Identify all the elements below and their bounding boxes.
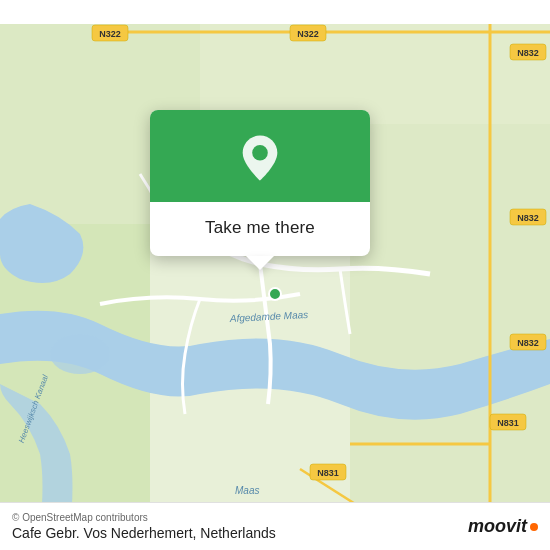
svg-point-5 [50, 334, 110, 374]
svg-rect-4 [350, 124, 550, 524]
moovit-logo-dot [530, 523, 538, 531]
moovit-logo: moovit [468, 516, 538, 537]
popup-button-area: Take me there [150, 202, 370, 256]
svg-text:N832: N832 [517, 213, 539, 223]
osm-attribution: © OpenStreetMap contributors [12, 512, 276, 523]
popup-header [150, 110, 370, 202]
moovit-logo-text: moovit [468, 516, 527, 537]
svg-text:N322: N322 [297, 29, 319, 39]
svg-text:Maas: Maas [235, 485, 259, 496]
popup-tail [246, 256, 274, 270]
popup-card: Take me there [150, 110, 370, 256]
map-container: N322 N322 N832 N832 N832 N831 N831 Afged… [0, 0, 550, 550]
svg-point-29 [252, 145, 268, 161]
bottom-bar: © OpenStreetMap contributors Cafe Gebr. … [0, 502, 550, 550]
bottom-info: © OpenStreetMap contributors Cafe Gebr. … [12, 512, 276, 541]
take-me-there-button[interactable]: Take me there [197, 214, 323, 242]
svg-point-28 [269, 288, 281, 300]
svg-text:N831: N831 [497, 418, 519, 428]
map-background: N322 N322 N832 N832 N832 N831 N831 Afged… [0, 0, 550, 550]
svg-text:N832: N832 [517, 48, 539, 58]
location-pin-icon [234, 132, 286, 184]
svg-text:N831: N831 [317, 468, 339, 478]
place-name: Cafe Gebr. Vos Nederhemert, Netherlands [12, 525, 276, 541]
svg-text:N832: N832 [517, 338, 539, 348]
svg-text:N322: N322 [99, 29, 121, 39]
